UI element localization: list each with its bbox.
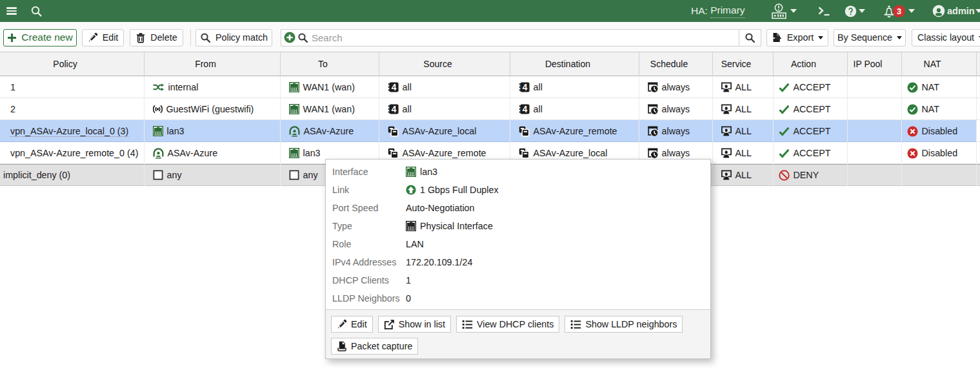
svg-text:4: 4	[392, 83, 397, 92]
svg-text:4: 4	[523, 83, 528, 92]
svg-text:4: 4	[392, 105, 397, 114]
svg-text:4: 4	[523, 105, 528, 114]
